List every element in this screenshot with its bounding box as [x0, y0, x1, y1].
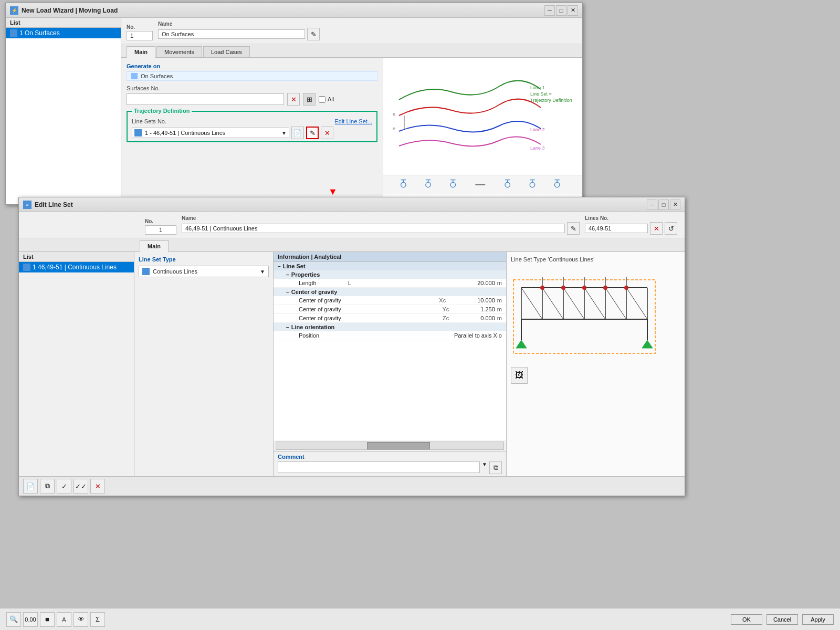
line-type-color-icon [142, 268, 150, 275]
cancel-button[interactable]: Cancel [766, 614, 798, 625]
maximize-button[interactable]: □ [556, 5, 566, 16]
tab-main[interactable]: Main [127, 46, 155, 58]
zc-symbol: Zc [443, 315, 449, 321]
global-eye-icon-btn[interactable]: 👁 [74, 612, 88, 627]
info-scrollbar[interactable] [276, 442, 504, 450]
orientation-collapse-icon[interactable]: − [286, 324, 289, 330]
edit-window-icon: ≡ [23, 201, 32, 209]
sidebar-item-icon [10, 29, 17, 37]
trajectory-definition-group: Trajectory Definition Line Sets No. Edit… [127, 111, 377, 142]
edit-lines-reset-button[interactable]: ↺ [665, 222, 677, 235]
line-set-type-dropdown[interactable]: Continuous Lines ▼ [139, 266, 269, 277]
toolbar-new-icon[interactable]: 📄 [23, 479, 38, 494]
info-lineset-label: Line Set [283, 263, 306, 269]
global-sigma-icon-btn[interactable]: Σ [90, 612, 105, 627]
edit-toolbar-bottom: 📄 ⧉ ✓ ✓✓ ✕ [19, 476, 685, 496]
lineset-add-button[interactable]: 📄 [291, 127, 304, 139]
svg-rect-0 [383, 58, 582, 173]
info-row-length: Length L 20.000 m [274, 279, 506, 288]
name-edit-button[interactable]: ✎ [307, 28, 320, 40]
global-search-icon-btn[interactable]: 🔍 [6, 612, 21, 627]
lineset-edit-button[interactable]: ✎ [306, 127, 319, 139]
toolbar-check1-icon[interactable]: ✓ [57, 479, 71, 494]
yc-symbol: Yc [442, 306, 449, 312]
tab-load-cases[interactable]: Load Cases [203, 46, 250, 57]
global-toolbar-left: 🔍 0.00 ■ A 👁 Σ [6, 612, 105, 627]
dropdown-value: 1 - 46,49-51 | Continuous Lines [145, 130, 225, 136]
length-symbol: L [348, 280, 351, 286]
surfaces-no-input[interactable] [127, 93, 284, 105]
lineset-delete-button[interactable]: ✕ [321, 127, 333, 139]
global-text-icon-btn[interactable]: A [57, 612, 71, 627]
edit-minimize-button[interactable]: ─ [647, 200, 657, 210]
comment-label: Comment [278, 454, 502, 460]
edit-name-label: Name [182, 215, 580, 221]
sidebar-item-on-surfaces[interactable]: 1 On Surfaces [6, 28, 121, 38]
edit-maximize-button[interactable]: □ [658, 200, 669, 210]
apply-button[interactable]: Apply [802, 614, 834, 625]
main-content-area: No. 1 Name On Surfaces ✎ Main Movements … [121, 18, 582, 204]
yc-label: Center of gravity [299, 306, 341, 312]
no-value[interactable]: 1 [127, 31, 153, 40]
cog-collapse-icon[interactable]: − [286, 289, 289, 295]
edit-sidebar-header: List [19, 252, 134, 262]
global-zero-icon-btn[interactable]: 0.00 [23, 612, 38, 627]
wizard-diagram-panel: Lane 1 Line Set = Trajectory Definition … [383, 58, 582, 204]
info-row-position: Position Parallel to axis X o [274, 331, 506, 340]
xc-unit: m [497, 297, 502, 303]
edit-tab-main[interactable]: Main [140, 240, 169, 252]
generate-on-field[interactable]: On Surfaces [127, 71, 377, 81]
edit-lines-no-value[interactable]: 46,49-51 [585, 224, 648, 233]
surfaces-all-checkbox[interactable] [319, 96, 326, 103]
line-set-type-label: Line Set Type [139, 256, 269, 262]
comment-dropdown-arrow[interactable]: ▼ [482, 461, 487, 474]
trajectory-diagram: Lane 1 Line Set = Trajectory Definition … [383, 58, 582, 173]
name-value[interactable]: On Surfaces [158, 29, 305, 39]
zc-unit: m [497, 315, 502, 321]
scroll-thumb[interactable] [367, 442, 430, 449]
diagram-info-button[interactable]: 🖼 [511, 367, 528, 384]
edit-no-value[interactable]: 1 [145, 225, 176, 235]
svg-text:e: e [393, 111, 395, 117]
xc-label: Center of gravity [299, 297, 341, 303]
edit-window-content: No. 1 Name 46,49-51 | Continuous Lines ✎… [19, 212, 685, 496]
comment-input[interactable] [278, 461, 480, 473]
global-square-icon-btn[interactable]: ■ [40, 612, 55, 627]
edit-name-edit-button[interactable]: ✎ [567, 222, 580, 235]
zc-label: Center of gravity [299, 315, 341, 321]
lineset-collapse-icon[interactable]: − [278, 264, 281, 269]
toolbar-copy-icon[interactable]: ⧉ [40, 479, 55, 494]
main-title-bar: ⚡ New Load Wizard | Moving Load ─ □ ✕ [6, 3, 582, 18]
edit-no-label: No. [145, 218, 176, 224]
no-label: No. [127, 24, 153, 30]
generate-on-icon [131, 73, 138, 79]
minimize-button[interactable]: ─ [544, 5, 555, 16]
ok-button[interactable]: OK [731, 614, 762, 625]
tab-movements[interactable]: Movements [156, 46, 202, 57]
info-row-xc: Center of gravity Xc 10.000 m [274, 296, 506, 305]
edit-close-button[interactable]: ✕ [670, 200, 680, 210]
properties-collapse-icon[interactable]: − [286, 272, 289, 278]
line-sets-dropdown[interactable]: 1 - 46,49-51 | Continuous Lines ▼ [132, 128, 289, 138]
edit-name-value[interactable]: 46,49-51 | Continuous Lines [182, 224, 565, 233]
close-button[interactable]: ✕ [568, 5, 578, 16]
surfaces-clear-button[interactable]: ✕ [287, 93, 300, 106]
edit-title-controls: ─ □ ✕ [647, 200, 680, 210]
comment-copy-button[interactable]: ⧉ [489, 461, 502, 474]
surfaces-select-button[interactable]: ⊞ [303, 93, 316, 106]
sidebar-item-label: 1 On Surfaces [19, 29, 60, 37]
surfaces-all-label: All [328, 96, 334, 102]
edit-line-set-link[interactable]: Edit Line Set... [334, 118, 372, 124]
edit-tabs-bar: Main [19, 238, 685, 252]
svg-text:Lane 2: Lane 2 [530, 127, 545, 132]
toolbar-check2-icon[interactable]: ✓✓ [74, 479, 88, 494]
length-value: 20.000 [477, 280, 495, 286]
toolbar-delete-red-icon[interactable]: ✕ [90, 479, 105, 494]
right-diagram-title: Line Set Type 'Continuous Lines' [511, 256, 680, 262]
yc-value: 1.250 [480, 306, 495, 312]
main-title-left: ⚡ New Load Wizard | Moving Load [10, 6, 118, 15]
svg-text:Lane 1: Lane 1 [530, 85, 545, 90]
info-panel-header: Information | Analytical [274, 252, 506, 262]
edit-sidebar-item[interactable]: 1 46,49-51 | Continuous Lines [19, 262, 134, 272]
edit-lines-clear-button[interactable]: ✕ [650, 222, 663, 235]
